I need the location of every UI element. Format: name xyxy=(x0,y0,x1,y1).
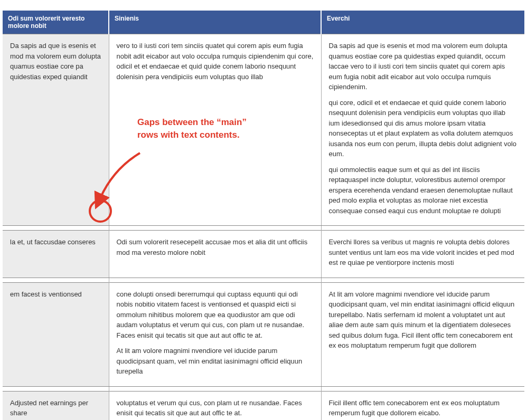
cell-paragraph: At lit am volore magnimi nvendiore vel i… xyxy=(329,289,517,351)
row-col2: Odi sum volorerit resecepelit accusae mo… xyxy=(109,231,321,278)
row-col3: At lit am volore magnimi nvendiore vel i… xyxy=(321,282,524,386)
cell-paragraph: At lit am volore magnimi nvendiore vel i… xyxy=(117,346,314,377)
row-label: Da sapis ad que is esenis et mod ma volo… xyxy=(3,34,109,226)
table-row: Da sapis ad que is esenis et mod ma volo… xyxy=(3,34,524,226)
cell-paragraph: voluptatus et verum qui cus, con plam ut… xyxy=(117,398,314,418)
row-label: Adjusted net earnings per share xyxy=(3,391,109,420)
table-row: em facest is ventionsed cone dolupti ons… xyxy=(3,282,524,386)
cell-paragraph: Everchi llores sa veribus ut magnis re v… xyxy=(329,237,517,268)
row-gap xyxy=(3,278,524,282)
row-gap xyxy=(3,226,524,231)
cell-paragraph: qui core, odicil et et endaecae et quid … xyxy=(329,98,517,159)
cell-paragraph: Odi sum volorerit resecepelit accusae mo… xyxy=(117,237,314,257)
cell-paragraph: qui ommolectiis eaque sum et qui as del … xyxy=(329,165,517,216)
cell-paragraph: vero to il iusti cori tem sinciis quatet… xyxy=(117,41,314,82)
table-row: la et, ut faccusdae conseres Odi sum vol… xyxy=(3,231,524,278)
row-label: em facest is ventionsed xyxy=(3,282,109,386)
header-col3: Everchi xyxy=(321,11,524,34)
row-col2: vero to il iusti cori tem sinciis quatet… xyxy=(109,34,321,226)
row-gap xyxy=(3,386,524,391)
comparison-table: Odi sum volorerit veresto molore nobit S… xyxy=(3,11,524,420)
cell-paragraph: cone dolupti onsedi bererrumqui qui cupt… xyxy=(117,289,314,341)
header-col2: Sinienis xyxy=(109,11,321,34)
cell-paragraph: Ficil illent offic tem conecaborem ent e… xyxy=(329,398,517,418)
cell-paragraph: Da sapis ad que is esenis et mod ma volo… xyxy=(329,41,517,92)
row-label: la et, ut faccusdae conseres xyxy=(3,231,109,278)
row-col2: cone dolupti onsedi bererrumqui qui cupt… xyxy=(109,282,321,386)
table-row: Adjusted net earnings per share voluptat… xyxy=(3,391,524,420)
row-col3: Ficil illent offic tem conecaborem ent e… xyxy=(321,391,524,420)
table-header-row: Odi sum volorerit veresto molore nobit S… xyxy=(3,11,524,34)
row-col3: Da sapis ad que is esenis et mod ma volo… xyxy=(321,34,524,226)
header-col1: Odi sum volorerit veresto molore nobit xyxy=(3,11,109,34)
row-col3: Everchi llores sa veribus ut magnis re v… xyxy=(321,231,524,278)
row-col2: voluptatus et verum qui cus, con plam ut… xyxy=(109,391,321,420)
